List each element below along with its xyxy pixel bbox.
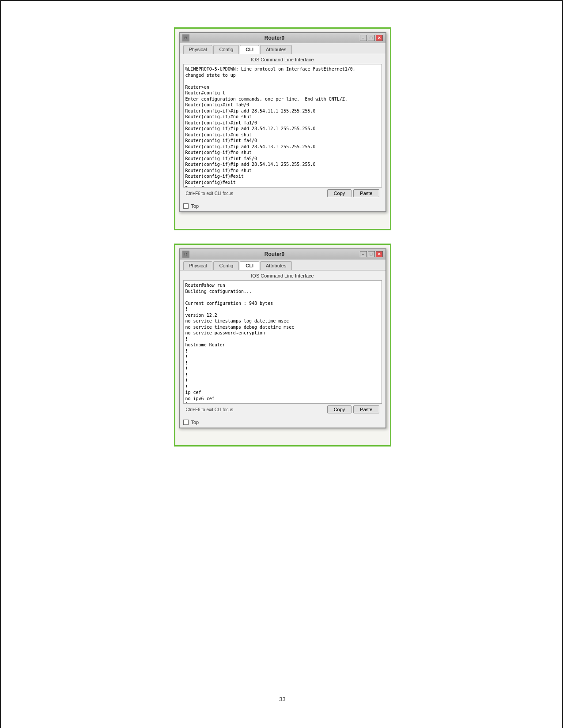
cli-title-2: IOS Command Line Interface	[183, 273, 382, 278]
titlebar-icon-letter-1: R	[184, 36, 187, 40]
tab-physical-2[interactable]: Physical	[183, 261, 213, 270]
top-checkbox-1[interactable]	[183, 203, 189, 209]
paste-button-2[interactable]: Paste	[353, 405, 379, 413]
window-controls-2: – □ ✕	[360, 251, 383, 257]
tabs-bar-2: Physical Config CLI Attributes	[180, 259, 385, 270]
cli-buttons-1: Copy Paste	[327, 189, 379, 197]
copy-button-2[interactable]: Copy	[327, 405, 352, 413]
tab-attributes-1[interactable]: Attributes	[260, 45, 292, 54]
window-footer-2: Top	[180, 418, 385, 428]
titlebar-icon-2: R	[182, 251, 189, 258]
window2-wrapper: R Router0 – □ ✕ Physical Config CLI Attr…	[174, 244, 391, 447]
paste-button-1[interactable]: Paste	[353, 189, 379, 197]
titlebar-2: R Router0 – □ ✕	[180, 249, 385, 259]
maximize-button-2[interactable]: □	[368, 251, 375, 257]
cli-terminal-2[interactable]: Router#show run Building configuration..…	[183, 280, 382, 404]
cli-footer-2: Ctrl+F6 to exit CLI focus Copy Paste	[183, 404, 382, 415]
minimize-button-1[interactable]: –	[360, 35, 367, 41]
window1-wrapper: R Router0 – □ ✕ Physical Config CLI Attr…	[174, 27, 391, 230]
cli-title-1: IOS Command Line Interface	[183, 57, 382, 62]
copy-button-1[interactable]: Copy	[327, 189, 352, 197]
titlebar-icon-1: R	[182, 34, 189, 41]
tab-cli-2[interactable]: CLI	[240, 261, 259, 270]
router-window-2: R Router0 – □ ✕ Physical Config CLI Attr…	[179, 248, 386, 428]
maximize-button-1[interactable]: □	[368, 35, 375, 41]
minimize-button-2[interactable]: –	[360, 251, 367, 257]
cli-footer-1: Ctrl+F6 to exit CLI focus Copy Paste	[183, 188, 382, 199]
top-label-2: Top	[191, 420, 199, 425]
tab-cli-1[interactable]: CLI	[240, 45, 259, 54]
window-title-2: Router0	[189, 251, 360, 257]
tab-config-2[interactable]: Config	[213, 261, 239, 270]
titlebar-1: R Router0 – □ ✕	[180, 33, 385, 43]
cli-terminal-1[interactable]: %LINEPROTO-5-UPDOWN: Line protocol on In…	[183, 64, 382, 188]
cli-section-2: IOS Command Line Interface Router#show r…	[180, 270, 385, 418]
top-label-1: Top	[191, 203, 199, 209]
tab-attributes-2[interactable]: Attributes	[260, 261, 292, 270]
window-controls-1: – □ ✕	[360, 35, 383, 41]
cli-section-1: IOS Command Line Interface %LINEPROTO-5-…	[180, 54, 385, 202]
cli-output-2: Router#show run Building configuration..…	[184, 281, 382, 403]
tab-config-1[interactable]: Config	[213, 45, 239, 54]
top-checkbox-2[interactable]	[183, 420, 189, 425]
cli-buttons-2: Copy Paste	[327, 405, 379, 413]
cli-hint-1: Ctrl+F6 to exit CLI focus	[186, 191, 234, 196]
window-footer-1: Top	[180, 202, 385, 211]
close-button-2[interactable]: ✕	[376, 251, 383, 257]
close-button-1[interactable]: ✕	[376, 35, 383, 41]
window-title-1: Router0	[189, 35, 360, 41]
router-window-1: R Router0 – □ ✕ Physical Config CLI Attr…	[179, 32, 386, 212]
tabs-bar-1: Physical Config CLI Attributes	[180, 43, 385, 54]
titlebar-icon-letter-2: R	[184, 252, 187, 256]
cli-hint-2: Ctrl+F6 to exit CLI focus	[186, 407, 234, 412]
page-number: 33	[54, 687, 511, 702]
tab-physical-1[interactable]: Physical	[183, 45, 213, 54]
cli-output-1: %LINEPROTO-5-UPDOWN: Line protocol on In…	[184, 64, 382, 187]
